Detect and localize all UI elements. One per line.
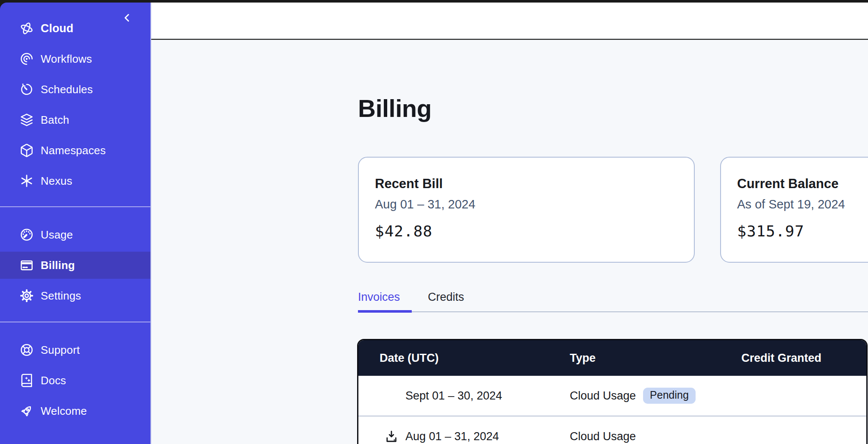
card-amount: $315.97 bbox=[737, 222, 868, 240]
invoice-row: Sept 01 – 30, 2024 Cloud Usage Pending bbox=[358, 376, 866, 416]
card-title: Recent Bill bbox=[375, 176, 677, 191]
current-balance-card: Current Balance As of Sept 19, 2024 $315… bbox=[720, 157, 868, 263]
nexus-asterisk-icon bbox=[19, 174, 34, 188]
invoices-table-header: Date (UTC) Type Credit Granted bbox=[358, 340, 866, 376]
billing-page: Cloud Workflows Schedules bbox=[0, 0, 868, 444]
usage-gauge-icon bbox=[19, 228, 34, 242]
tab-invoices[interactable]: Invoices bbox=[358, 291, 400, 304]
workflows-icon bbox=[19, 52, 34, 66]
welcome-rocket-icon bbox=[19, 404, 34, 418]
sidebar-item-docs[interactable]: Docs bbox=[0, 365, 150, 396]
sidebar-item-schedules[interactable]: Schedules bbox=[0, 74, 150, 105]
card-title: Current Balance bbox=[737, 176, 868, 191]
recent-bill-card: Recent Bill Aug 01 – 31, 2024 $42.88 bbox=[358, 157, 695, 263]
invoice-date: Aug 01 – 31, 2024 bbox=[405, 430, 499, 443]
sidebar-item-billing[interactable]: Billing bbox=[0, 250, 150, 280]
billing-tabs: Invoices Credits bbox=[358, 291, 868, 314]
billing-card-icon bbox=[19, 258, 34, 272]
invoice-type: Cloud Usage bbox=[570, 430, 636, 443]
card-period: Aug 01 – 31, 2024 bbox=[375, 197, 677, 211]
invoice-type-cell: Cloud Usage Pending bbox=[570, 388, 741, 404]
chevron-left-icon bbox=[121, 11, 133, 24]
sidebar-item-support[interactable]: Support bbox=[0, 335, 150, 365]
schedules-icon bbox=[19, 82, 34, 97]
sidebar-divider bbox=[0, 322, 150, 322]
active-tab-indicator bbox=[358, 310, 412, 313]
sidebar-item-workflows[interactable]: Workflows bbox=[0, 44, 150, 74]
namespaces-cube-icon bbox=[19, 143, 34, 158]
invoice-date-cell: Aug 01 – 31, 2024 bbox=[358, 429, 570, 444]
sidebar-item-batch[interactable]: Batch bbox=[0, 105, 150, 135]
card-amount: $42.88 bbox=[375, 222, 677, 240]
page-title: Billing bbox=[358, 94, 432, 122]
invoices-table: Date (UTC) Type Credit Granted Sept 01 –… bbox=[357, 339, 868, 444]
sidebar-item-settings[interactable]: Settings bbox=[0, 280, 150, 311]
sidebar-item-usage[interactable]: Usage bbox=[0, 219, 150, 250]
invoice-type: Cloud Usage bbox=[570, 389, 636, 402]
status-badge: Pending bbox=[643, 388, 696, 404]
download-slot bbox=[384, 429, 405, 444]
column-header-date: Date (UTC) bbox=[358, 352, 570, 365]
column-header-credit-granted: Credit Granted bbox=[741, 352, 866, 365]
invoice-date: Sept 01 – 30, 2024 bbox=[405, 389, 502, 402]
invoice-type-cell: Cloud Usage bbox=[570, 430, 741, 443]
sidebar-collapse-button[interactable] bbox=[118, 8, 136, 27]
sidebar: Cloud Workflows Schedules bbox=[0, 3, 151, 444]
invoice-date-cell: Sept 01 – 30, 2024 bbox=[358, 389, 570, 402]
cloud-logo-icon bbox=[19, 21, 34, 36]
settings-gear-icon bbox=[19, 289, 34, 303]
column-header-type: Type bbox=[570, 352, 741, 365]
support-lifebuoy-icon bbox=[19, 343, 34, 357]
sidebar-item-nexus[interactable]: Nexus bbox=[0, 166, 150, 196]
docs-book-icon bbox=[19, 373, 34, 388]
card-period: As of Sept 19, 2024 bbox=[737, 197, 868, 211]
tab-credits[interactable]: Credits bbox=[428, 291, 464, 304]
sidebar-divider bbox=[0, 206, 150, 207]
invoice-row: Aug 01 – 31, 2024 Cloud Usage bbox=[358, 416, 866, 444]
sidebar-item-namespaces[interactable]: Namespaces bbox=[0, 135, 150, 166]
top-bar bbox=[150, 3, 868, 39]
batch-layers-icon bbox=[19, 113, 34, 127]
sidebar-brand-label: Cloud bbox=[41, 22, 73, 35]
sidebar-item-welcome[interactable]: Welcome bbox=[0, 396, 150, 426]
tabs-underline bbox=[358, 311, 868, 312]
download-invoice-icon[interactable] bbox=[384, 429, 399, 444]
